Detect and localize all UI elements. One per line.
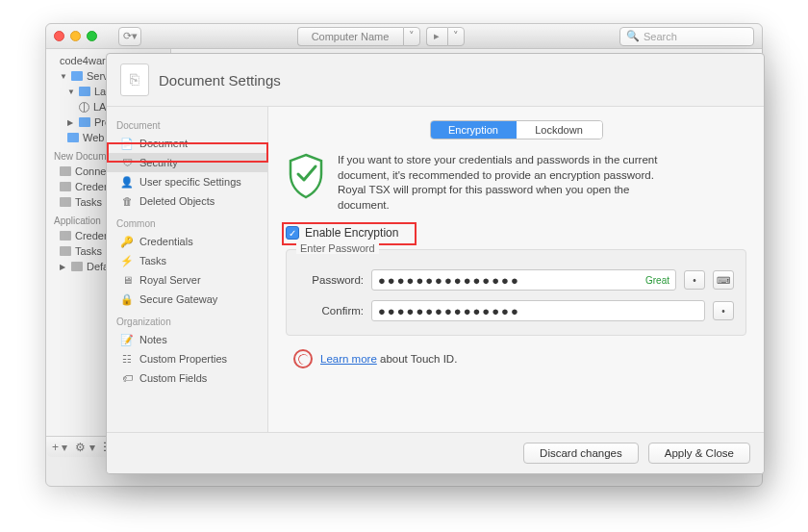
folder-icon xyxy=(67,133,79,142)
modal-item-deleted[interactable]: 🗑Deleted Objects xyxy=(107,191,267,211)
maximize-window-button[interactable] xyxy=(87,31,97,41)
computer-name-dropdown[interactable]: ˅ xyxy=(403,27,420,46)
modal-main: Encryption Lockdown If you want to store… xyxy=(268,107,764,432)
password-group: Enter Password Password: ●●●●●●●●●●●●●●●… xyxy=(286,249,746,336)
folder-icon xyxy=(79,87,90,96)
modal-item-user-settings[interactable]: 👤User specific Settings xyxy=(107,172,267,191)
sidebar-item-label: Tasks xyxy=(75,245,102,257)
folder-icon xyxy=(71,71,83,81)
document-thumb-icon: ⎘ xyxy=(120,63,149,96)
modal-item-label: Notes xyxy=(139,334,167,345)
play-button[interactable]: ▸ xyxy=(426,27,447,46)
apply-close-button[interactable]: Apply & Close xyxy=(648,443,750,464)
modal-item-document[interactable]: 📄Document xyxy=(107,134,267,153)
modal-item-custom-fields[interactable]: 🏷Custom Fields xyxy=(107,368,267,388)
notes-icon: 📝 xyxy=(120,333,134,346)
password-strength: Great xyxy=(645,275,669,286)
tag-icon: 🏷 xyxy=(120,371,134,385)
folder-icon xyxy=(60,231,71,241)
folder-icon xyxy=(60,166,71,176)
password-row: Password: ●●●●●●●●●●●●●●● Great • ⌨ xyxy=(298,269,734,291)
play-dropdown[interactable]: ˅ xyxy=(447,27,465,46)
encryption-info-text: If you want to store your credentials an… xyxy=(338,153,674,213)
refresh-dropdown-button[interactable]: ⟳▾ xyxy=(118,27,141,46)
keyboard-button[interactable]: ⌨ xyxy=(713,270,734,290)
touchid-learn-more-link[interactable]: Learn more xyxy=(320,353,377,365)
reveal-password-button[interactable]: • xyxy=(684,270,705,290)
touchid-text: about Touch ID. xyxy=(377,353,458,365)
server-icon: 🖥 xyxy=(120,273,134,287)
document-settings-modal: ⎘ Document Settings Document 📄Document 🛡… xyxy=(106,53,765,474)
modal-item-tasks[interactable]: ⚡Tasks xyxy=(107,251,267,270)
folder-icon xyxy=(60,182,71,191)
key-icon: 🔑 xyxy=(120,235,134,248)
search-placeholder: Search xyxy=(644,31,677,42)
settings-button[interactable]: ⚙ ▾ xyxy=(75,441,94,454)
search-input[interactable]: 🔍 Search xyxy=(619,27,754,46)
folder-icon xyxy=(71,262,83,271)
enable-encryption-checkbox[interactable]: ✓ xyxy=(286,226,299,240)
folder-icon xyxy=(60,246,71,256)
password-legend: Enter Password xyxy=(296,242,379,254)
modal-item-notes[interactable]: 📝Notes xyxy=(107,330,267,349)
chevron-down-icon: ▼ xyxy=(67,88,75,96)
modal-header: ⎘ Document Settings xyxy=(107,54,764,106)
play-button-group: ▸ ˅ xyxy=(426,27,465,46)
modal-item-label: Secure Gateway xyxy=(139,293,217,305)
modal-item-label: Tasks xyxy=(139,255,166,266)
info-row: If you want to store your credentials an… xyxy=(286,153,746,213)
modal-item-label: Custom Properties xyxy=(139,353,227,365)
modal-item-label: Deleted Objects xyxy=(139,195,215,207)
modal-item-label: Royal Server xyxy=(139,274,201,286)
modal-item-label: Credentials xyxy=(139,236,193,247)
confirm-value: ●●●●●●●●●●●●●●● xyxy=(378,304,520,318)
modal-footer: Discard changes Apply & Close xyxy=(107,432,764,473)
modal-section-common: Common xyxy=(107,211,267,232)
password-value: ●●●●●●●●●●●●●●● xyxy=(378,273,520,288)
discard-button[interactable]: Discard changes xyxy=(523,443,639,464)
modal-item-secure-gateway[interactable]: 🔒Secure Gateway xyxy=(107,290,267,309)
shield-icon: 🛡 xyxy=(120,156,134,169)
sidebar-item-label: Tasks xyxy=(75,196,102,208)
shield-check-icon xyxy=(286,153,326,213)
tasks-icon: ⚡ xyxy=(120,254,134,267)
enable-encryption-label: Enable Encryption xyxy=(305,226,398,240)
add-button[interactable]: + ▾ xyxy=(52,441,67,454)
modal-item-label: User specific Settings xyxy=(139,176,241,188)
password-input[interactable]: ●●●●●●●●●●●●●●● Great xyxy=(371,269,676,291)
close-window-button[interactable] xyxy=(54,31,64,41)
modal-title: Document Settings xyxy=(159,72,281,89)
confirm-label: Confirm: xyxy=(298,305,364,317)
modal-sidebar: Document 📄Document 🛡Security 👤User speci… xyxy=(107,107,268,432)
confirm-input[interactable]: ●●●●●●●●●●●●●●● xyxy=(371,300,705,321)
chevron-right-icon: ▶ xyxy=(67,118,75,127)
computer-name-group: Computer Name ˅ xyxy=(297,27,420,46)
modal-item-royal-server[interactable]: 🖥Royal Server xyxy=(107,270,267,290)
modal-item-custom-properties[interactable]: ☷Custom Properties xyxy=(107,349,267,368)
chevron-right-icon: ▶ xyxy=(60,263,67,271)
document-icon: 📄 xyxy=(120,137,134,150)
search-icon: 🔍 xyxy=(626,30,640,42)
user-icon: 👤 xyxy=(120,175,134,189)
tab-encryption[interactable]: Encryption xyxy=(431,121,517,139)
password-label: Password: xyxy=(298,274,364,286)
touchid-icon xyxy=(293,349,313,368)
confirm-row: Confirm: ●●●●●●●●●●●●●●● • xyxy=(298,300,734,321)
minimize-window-button[interactable] xyxy=(70,31,81,41)
titlebar: ⟳▾ Computer Name ˅ ▸ ˅ 🔍 Search xyxy=(46,24,762,49)
modal-body: Document 📄Document 🛡Security 👤User speci… xyxy=(107,106,764,432)
globe-icon xyxy=(79,102,89,113)
modal-item-label: Custom Fields xyxy=(139,372,207,384)
properties-icon: ☷ xyxy=(120,352,134,366)
computer-name-field[interactable]: Computer Name xyxy=(297,27,403,46)
segmented-tabs: Encryption Lockdown xyxy=(430,120,603,139)
modal-item-credentials[interactable]: 🔑Credentials xyxy=(107,232,267,251)
touchid-row: Learn more about Touch ID. xyxy=(293,349,746,368)
modal-section-document: Document xyxy=(107,113,267,134)
modal-item-security[interactable]: 🛡Security xyxy=(107,153,267,172)
enable-encryption-row: ✓ Enable Encryption xyxy=(286,226,746,240)
modal-section-organization: Organization xyxy=(107,309,267,330)
modal-item-label: Security xyxy=(139,157,178,168)
tab-lockdown[interactable]: Lockdown xyxy=(517,121,602,139)
reveal-confirm-button[interactable]: • xyxy=(713,301,734,320)
